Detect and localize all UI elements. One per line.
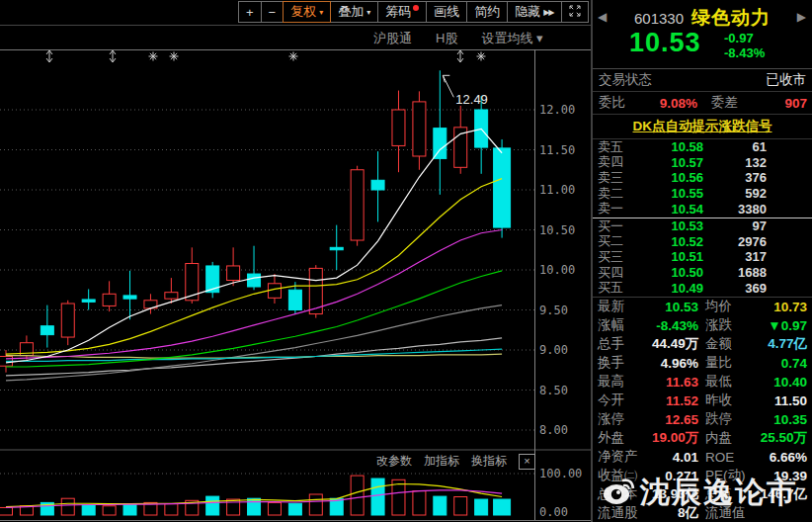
stat-label: 涨跌: [698, 316, 753, 334]
toolbar-buttons: +−复权▾叠加▾筹码画线简约隐藏▶▶: [239, 1, 589, 23]
stat-label: 总手: [593, 335, 652, 353]
chevron-down-icon: ▾: [319, 8, 323, 17]
hide-button[interactable]: 隐藏▶▶: [507, 1, 561, 23]
stat-value: 10.40: [753, 375, 812, 390]
last-price: 10.53: [629, 28, 701, 58]
indicator-bar: 改参数加指标换指标×: [376, 453, 535, 470]
svg-text:0.00: 0.00: [539, 505, 568, 519]
draw-line-button[interactable]: 画线: [426, 1, 467, 23]
svg-text:12.00: 12.00: [539, 103, 575, 117]
ask-row[interactable]: 卖一10.543380: [593, 201, 812, 217]
stat-row: 外盘19.00万内盘25.50万: [593, 429, 812, 448]
stat-label: 跌停: [698, 410, 753, 428]
dk-signal-row[interactable]: DK点自动提示涨跌信号: [593, 115, 812, 139]
stat-row: 今开11.52昨收11.50: [593, 392, 812, 410]
stat-label: ROE: [698, 450, 753, 465]
subbar-link-hugutong[interactable]: 沪股通: [373, 30, 412, 47]
weibi-row: 委比 9.08% 委差 907: [593, 92, 812, 115]
stat-row: 最高11.63最低10.40: [593, 373, 812, 392]
overlay-button[interactable]: 叠加▾: [330, 1, 378, 23]
stat-value: 4.77亿: [753, 335, 812, 353]
stat-row: 涨幅-8.43%涨跌▼0.97: [593, 316, 812, 335]
level-label: 买五: [593, 279, 631, 297]
chart-area[interactable]: 12.0011.5011.0010.5010.009.509.008.508.0…: [0, 49, 591, 522]
bid-row[interactable]: 买四10.501688: [593, 265, 812, 281]
zoom-in-button[interactable]: +: [238, 1, 262, 23]
level-volume: 132: [703, 155, 812, 170]
add-indicator-link[interactable]: 加指标: [424, 453, 459, 470]
trade-status-label: 交易状态: [593, 71, 652, 89]
stat-label: 换手: [593, 354, 652, 372]
subbar-link-set-ma[interactable]: 设置均线 ▾: [481, 30, 542, 47]
stat-label: 净资产: [593, 448, 652, 466]
bid-row[interactable]: 买三10.51317: [593, 249, 812, 265]
level-price: 10.52: [631, 234, 703, 249]
bid-levels: 买一10.5397买二10.522976买三10.51317买四10.50168…: [593, 218, 812, 296]
svg-text:12.49: 12.49: [455, 92, 488, 107]
stat-value: 4.96%: [652, 356, 698, 371]
ask-row[interactable]: 卖二10.55592: [593, 186, 812, 202]
stat-value: 11.63: [652, 375, 698, 390]
chip-distribution-button[interactable]: 筹码: [377, 1, 427, 23]
level-volume: 97: [703, 218, 812, 233]
svg-text:9.00: 9.00: [539, 343, 568, 357]
weicha-label: 委差: [697, 94, 753, 112]
stock-name: 绿色动力: [691, 5, 771, 31]
level-price: 10.58: [631, 139, 703, 154]
ask-row[interactable]: 卖五10.5861: [593, 139, 812, 155]
stat-value: 0.74: [753, 356, 812, 371]
stat-value: 10.53: [652, 300, 698, 314]
level-price: 10.54: [631, 202, 703, 217]
level-volume: 2976: [703, 234, 812, 249]
stat-row: 最新10.53均价10.73: [593, 298, 812, 316]
stat-label: 量比: [698, 354, 753, 372]
stat-value: 19.00万: [652, 429, 698, 447]
level-price: 10.55: [631, 186, 703, 201]
simple-mode-button[interactable]: 简约: [466, 1, 508, 23]
bid-row[interactable]: 买一10.5397: [593, 218, 812, 234]
svg-text:8.50: 8.50: [539, 384, 568, 397]
svg-text:8.00: 8.00: [539, 423, 568, 437]
level-price: 10.57: [631, 155, 703, 170]
switch-indicator-link[interactable]: 换指标: [471, 453, 507, 470]
quote-panel: ◀ 601330 绿色动力 ▶ 10.53 -0.97 -8.43% 交易状态 …: [591, 0, 812, 522]
stat-label: 最低: [698, 373, 753, 391]
subbar-link-hshare[interactable]: H股: [436, 30, 457, 47]
stat-label: 最新: [593, 298, 652, 315]
stat-value: 11.52: [652, 393, 698, 408]
level-volume: 3380: [703, 202, 812, 217]
bid-row[interactable]: 买五10.49369: [593, 280, 812, 296]
stat-label: 最高: [593, 373, 652, 391]
svg-text:11.00: 11.00: [539, 183, 575, 197]
weicha-value: 907: [753, 96, 812, 111]
svg-text:9.50: 9.50: [539, 304, 568, 317]
ask-levels: 卖五10.5861卖四10.57132卖三10.56376卖二10.55592卖…: [593, 139, 812, 217]
stat-value: 12.65: [652, 412, 698, 427]
bid-row[interactable]: 买二10.522976: [593, 234, 812, 250]
zoom-out-button[interactable]: −: [261, 1, 284, 23]
price-volume-chart[interactable]: 12.0011.5011.0010.5010.009.509.008.508.0…: [0, 49, 591, 522]
ask-row[interactable]: 卖三10.56376: [593, 170, 812, 186]
stat-value: ▼0.97: [753, 318, 812, 333]
dk-signal-link[interactable]: DK点自动提示涨跌信号: [633, 118, 772, 135]
next-stock-arrow-icon[interactable]: ▶: [797, 10, 806, 24]
stat-value: 10.35: [753, 412, 812, 427]
weibi-label: 委比: [593, 94, 651, 112]
prev-stock-arrow-icon[interactable]: ◀: [598, 10, 607, 24]
price-change: -0.97 -8.43%: [724, 31, 765, 60]
ask-row[interactable]: 卖四10.57132: [593, 155, 812, 171]
stat-value: 25.50万: [753, 429, 812, 447]
stat-label: 内盘: [698, 429, 753, 447]
adjust-price-button[interactable]: 复权▾: [283, 1, 331, 23]
stat-row: 换手4.96%量比0.74: [593, 354, 812, 373]
change-percent: -8.43%: [724, 45, 765, 60]
stat-value: 4.01: [652, 450, 698, 465]
stat-label: 外盘: [593, 429, 652, 447]
fullscreen-button[interactable]: [561, 1, 589, 23]
svg-text:10.00: 10.00: [539, 263, 575, 277]
level-volume: 1688: [703, 265, 812, 280]
chart-subbar: 沪股通H股设置均线 ▾: [0, 26, 591, 50]
change-params-link[interactable]: 改参数: [376, 453, 412, 470]
level-price: 10.56: [631, 170, 703, 185]
close-indicator-icon[interactable]: ×: [519, 454, 535, 470]
